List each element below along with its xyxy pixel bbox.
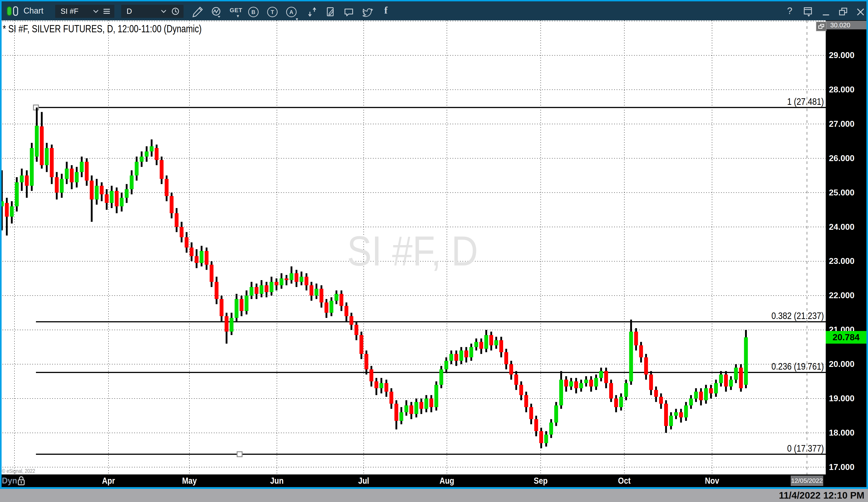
price-axis[interactable]: 30.020 29.00028.00027.00026.00025.00024.… — [826, 20, 866, 487]
chat-icon[interactable] — [343, 6, 355, 18]
symbol-menu-icon[interactable] — [102, 5, 111, 18]
clock-icon[interactable] — [170, 5, 180, 18]
lock-icon[interactable] — [17, 476, 26, 486]
chevron-down-icon[interactable] — [159, 5, 168, 18]
candle — [440, 369, 443, 385]
chart-canvas[interactable]: SI #F, D1 (27.481)0.382 (21.237)0.236 (1… — [0, 20, 826, 474]
candle — [165, 179, 169, 196]
facebook-icon[interactable]: f — [384, 4, 388, 16]
chevron-down-icon[interactable] — [92, 5, 100, 18]
link-group-active-icon[interactable] — [7, 6, 12, 16]
candle — [430, 398, 433, 407]
symbol-select[interactable]: SI #F — [55, 5, 114, 18]
candle — [190, 248, 194, 256]
candle — [539, 431, 543, 443]
copyright-label: © eSignal, 2022 — [2, 468, 35, 474]
fib-label: 0 (17.377) — [787, 443, 824, 453]
candle — [294, 273, 298, 282]
candle — [45, 148, 49, 165]
candle — [354, 325, 358, 335]
candle — [290, 273, 293, 280]
bid-button[interactable]: B — [248, 7, 259, 17]
candle — [170, 196, 174, 213]
candle — [265, 285, 268, 292]
candle — [599, 371, 603, 378]
month-label: Sep — [529, 474, 553, 487]
candle — [484, 335, 488, 349]
toolbar: Chart SI #F D GET ▼ B T A▼ — [0, 1, 868, 20]
close-button[interactable] — [855, 6, 867, 18]
trade-button[interactable]: T — [267, 7, 278, 17]
candle — [639, 345, 643, 357]
candle — [659, 397, 663, 404]
price-tick: 29.000 — [829, 50, 855, 60]
candle — [559, 379, 563, 405]
candle — [35, 126, 39, 157]
candle — [709, 388, 713, 393]
candle — [704, 388, 708, 400]
link-group-icon[interactable] — [13, 6, 18, 16]
candle — [175, 213, 178, 227]
notes-icon[interactable] — [324, 6, 336, 18]
candle — [280, 278, 283, 285]
window-border-left — [0, 1, 2, 489]
interval-select[interactable]: D — [121, 5, 184, 18]
ask-button[interactable]: A▼ — [286, 7, 297, 17]
candle — [149, 146, 154, 151]
candle — [654, 390, 658, 397]
candle — [409, 405, 413, 414]
candle — [235, 299, 238, 318]
candle — [554, 405, 558, 422]
candle — [5, 203, 9, 217]
minimize-button[interactable] — [820, 6, 832, 18]
candle — [330, 301, 333, 313]
twitter-icon[interactable] — [361, 6, 373, 18]
candle — [629, 332, 633, 381]
candle — [30, 148, 34, 186]
candle — [604, 371, 608, 383]
candle — [674, 412, 678, 416]
restore-button[interactable] — [837, 6, 849, 18]
candle — [374, 381, 379, 388]
candle — [25, 176, 29, 186]
month-label: Jul — [352, 474, 376, 487]
candle — [609, 383, 613, 398]
candle — [499, 340, 503, 352]
last-price-badge: 20.784 — [826, 331, 866, 344]
candle — [145, 151, 148, 157]
candle — [489, 335, 493, 345]
candle — [40, 126, 44, 165]
chart-title: * SI #F, SILVER FUTURES, D, 12:00-11:00 … — [3, 23, 202, 35]
candle — [414, 402, 418, 414]
candle — [434, 385, 438, 407]
candle — [135, 162, 138, 176]
month-label: Jun — [265, 474, 289, 487]
candle — [10, 206, 14, 217]
candle — [549, 422, 553, 435]
candle — [624, 383, 628, 397]
window-menu-icon[interactable] — [802, 6, 814, 18]
fib-label: 0.236 (19.761) — [772, 361, 824, 372]
window-border-top — [0, 0, 868, 1]
draw-pencil-icon[interactable] — [192, 6, 204, 18]
get-button[interactable]: GET ▼ — [230, 7, 242, 14]
price-tick: 28.000 — [829, 85, 855, 95]
studies-icon[interactable] — [210, 6, 223, 18]
candle — [369, 369, 373, 381]
maximize-chart-button[interactable] — [816, 22, 826, 31]
time-axis[interactable]: Dyn AprMayJunJulAugSepOctNov 12/05/2022 — [0, 474, 866, 487]
candle — [320, 289, 323, 303]
candle — [564, 379, 568, 386]
candle — [689, 398, 693, 405]
candle — [155, 148, 158, 160]
month-label: May — [177, 474, 202, 487]
candle — [220, 299, 224, 316]
help-button[interactable]: ? — [787, 6, 792, 16]
candle — [70, 168, 74, 182]
candle — [459, 351, 463, 361]
candle — [309, 285, 313, 296]
candle — [50, 148, 54, 177]
sort-arrows-icon[interactable] — [306, 6, 318, 18]
candle — [240, 299, 244, 311]
price-tick: 26.000 — [829, 154, 855, 163]
